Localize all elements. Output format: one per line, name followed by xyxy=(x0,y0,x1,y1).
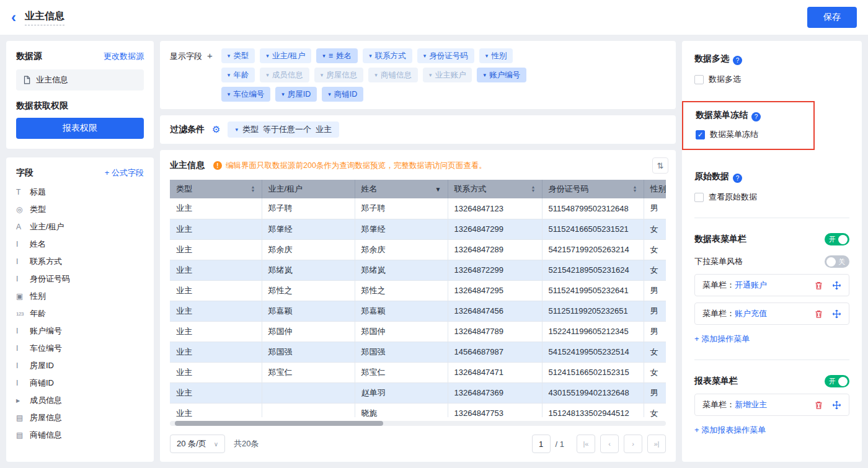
help-icon[interactable]: ? xyxy=(751,112,761,121)
report-permission-button[interactable]: 报表权限 xyxy=(16,118,144,139)
dropdown-style-toggle[interactable]: 关 xyxy=(825,255,849,268)
table-row[interactable]: 业主郑肇经郑肇经13264847299511524166505231521女 xyxy=(170,219,666,239)
next-page-button[interactable]: › xyxy=(624,435,642,453)
field-item-age[interactable]: 123年龄 xyxy=(16,305,144,322)
permission-title: 数据获取权限 xyxy=(16,100,144,112)
add-table-menu-link[interactable]: + 添加操作菜单 xyxy=(694,333,750,345)
help-icon[interactable]: ? xyxy=(733,56,742,65)
text-icon: I xyxy=(16,327,30,335)
current-page-input[interactable]: 1 xyxy=(532,435,551,453)
filter-caret-icon[interactable]: ▼ xyxy=(435,186,441,193)
table-row[interactable]: 业主郑性之郑性之13264847295511524199505232641男 xyxy=(170,280,666,301)
chip-members[interactable]: ▾成员信息 xyxy=(260,68,309,82)
chip-contact[interactable]: ▾联系方式 xyxy=(363,48,412,63)
raw-data-checkbox[interactable] xyxy=(694,193,704,202)
chip-shop-info[interactable]: ▾商铺信息 xyxy=(368,68,418,82)
last-page-button[interactable]: »| xyxy=(647,435,666,453)
table-menu-title: 数据表菜单栏 xyxy=(694,234,746,245)
chip-house-id[interactable]: ▾房屋ID xyxy=(275,87,317,102)
chip-label: 身份证号码 xyxy=(429,51,468,61)
chip-gender[interactable]: ▾性别 xyxy=(479,48,513,63)
table-row[interactable]: 业主晓旎13264847753151248133502944512女 xyxy=(170,403,666,417)
table-row[interactable]: 业主赵单羽13264847369430155199402132648男 xyxy=(170,382,666,403)
chip-parking-no[interactable]: ▾车位编号 xyxy=(221,87,271,102)
table-row[interactable]: 业主郑国仲郑国仲13264847789152241199605212345男 xyxy=(170,321,666,342)
table-cell: 542157199205263214 xyxy=(542,239,644,260)
chip-type[interactable]: ▾类型 xyxy=(221,48,255,63)
table-row[interactable]: 业主郑国强郑国强14564687987541524199505232514女 xyxy=(170,342,666,362)
table-sort-button[interactable]: ⇅ xyxy=(652,157,668,174)
text-icon: I xyxy=(16,344,30,353)
prev-page-button[interactable]: ‹ xyxy=(600,435,619,453)
delete-icon[interactable] xyxy=(814,281,823,290)
scrollbar-thumb[interactable] xyxy=(175,421,383,426)
menu-item-recharge[interactable]: 菜单栏：账户充值 xyxy=(694,302,849,325)
table-cell: 郑国仲 xyxy=(355,321,448,342)
column-header-gender[interactable]: 性别 xyxy=(644,180,666,198)
menu-item-new-owner[interactable]: 菜单栏：新增业主 xyxy=(694,394,849,416)
delete-icon[interactable] xyxy=(814,309,823,319)
field-item-account[interactable]: I账户编号 xyxy=(16,322,144,340)
datasource-item[interactable]: 业主信息 xyxy=(16,69,144,91)
chip-name[interactable]: ▾≡姓名 xyxy=(316,48,358,63)
field-item-members[interactable]: ▶成员信息 xyxy=(16,392,144,409)
delete-icon[interactable] xyxy=(814,400,823,410)
table-cell: 业主 xyxy=(170,219,262,239)
center-column: 显示字段 + ▾类型 ▾业主/租户 ▾≡姓名 ▾联系方式 ▾身份证号码 ▾性别 … xyxy=(160,41,676,462)
column-header-owner[interactable]: 业主/租户 xyxy=(262,180,355,198)
multi-select-checkbox[interactable] xyxy=(694,75,704,84)
field-item-name[interactable]: I姓名 xyxy=(16,236,144,253)
table-cell: 郑子聘 xyxy=(262,198,355,219)
filter-condition-chip[interactable]: ▾ 类型 等于任意一个 业主 xyxy=(228,121,339,138)
chip-shop-id[interactable]: ▾商铺ID xyxy=(322,87,363,102)
table-row[interactable]: 业主郑子聘郑子聘13264847123511548799502312648男 xyxy=(170,198,666,219)
column-header-contact[interactable]: 联系方式▲▼ xyxy=(448,180,542,198)
table-row[interactable]: 业主郑余庆郑余庆13264847289542157199205263214女 xyxy=(170,239,666,260)
move-icon[interactable] xyxy=(832,309,841,319)
field-item-idcard[interactable]: I身份证号码 xyxy=(16,270,144,288)
field-label: 房屋ID xyxy=(30,360,54,371)
gear-icon[interactable]: ⚙ xyxy=(212,124,220,135)
field-item-shop-id[interactable]: I商铺ID xyxy=(16,374,144,392)
table-row[interactable]: 业主郑嘉颖郑嘉颖13264847456511251199205232651男 xyxy=(170,301,666,321)
column-header-name[interactable]: 姓名▼ xyxy=(355,180,448,198)
field-item-title[interactable]: T标题 xyxy=(16,183,144,201)
first-page-button[interactable]: |« xyxy=(577,435,595,453)
menu-freeze-checkbox[interactable]: ✓ xyxy=(696,130,705,139)
field-item-contact[interactable]: I联系方式 xyxy=(16,253,144,270)
menu-item-open-account[interactable]: 菜单栏：开通账户 xyxy=(694,274,849,296)
table-menu-toggle[interactable]: 开 xyxy=(825,233,849,245)
table-cell: 业主 xyxy=(170,239,262,260)
field-item-gender[interactable]: ▣性别 xyxy=(16,288,144,305)
add-display-field-button[interactable]: + xyxy=(207,51,213,60)
move-icon[interactable] xyxy=(832,281,841,290)
change-datasource-link[interactable]: 更改数据源 xyxy=(104,51,144,62)
field-item-type[interactable]: ◎类型 xyxy=(16,201,144,218)
chip-owner[interactable]: ▾业主/租户 xyxy=(260,48,311,63)
field-item-parking[interactable]: I车位编号 xyxy=(16,340,144,357)
field-item-shop-info[interactable]: ▤商铺信息 xyxy=(16,426,144,444)
report-menu-toggle[interactable]: 开 xyxy=(825,375,849,387)
chip-idcard[interactable]: ▾身份证号码 xyxy=(417,48,474,63)
chip-account-no[interactable]: ▾账户编号 xyxy=(477,68,526,82)
table-cell: 13264872299 xyxy=(448,260,542,280)
text-icon: I xyxy=(16,275,30,283)
column-header-idcard[interactable]: 身份证号码▲▼ xyxy=(542,180,644,198)
add-report-menu-link[interactable]: + 添加报表操作菜单 xyxy=(694,425,766,436)
menu-freeze-title: 数据菜单冻结 xyxy=(696,110,748,120)
move-icon[interactable] xyxy=(832,400,841,410)
chip-house-info[interactable]: ▾房屋信息 xyxy=(314,68,364,82)
column-header-type[interactable]: 类型▲▼ xyxy=(170,180,262,198)
chip-age[interactable]: ▾年龄 xyxy=(221,68,255,82)
table-row[interactable]: 业主郑宝仁郑宝仁13264847471512415166502152315女 xyxy=(170,362,666,382)
help-icon[interactable]: ? xyxy=(733,174,742,183)
field-item-owner[interactable]: A业主/租户 xyxy=(16,218,144,236)
back-chevron-icon[interactable]: ‹ xyxy=(11,10,16,25)
field-item-house-info[interactable]: ▤房屋信息 xyxy=(16,409,144,426)
add-formula-field-link[interactable]: + 公式字段 xyxy=(105,167,144,179)
page-size-select[interactable]: 20 条/页 ∨ xyxy=(170,435,225,453)
field-item-house-id[interactable]: I房屋ID xyxy=(16,357,144,374)
save-button[interactable]: 保存 xyxy=(807,7,857,28)
table-row[interactable]: 业主郑绪岚郑绪岚13264872299521542189505231624女 xyxy=(170,260,666,280)
chip-owner-account[interactable]: ▾业主账户 xyxy=(423,68,472,82)
